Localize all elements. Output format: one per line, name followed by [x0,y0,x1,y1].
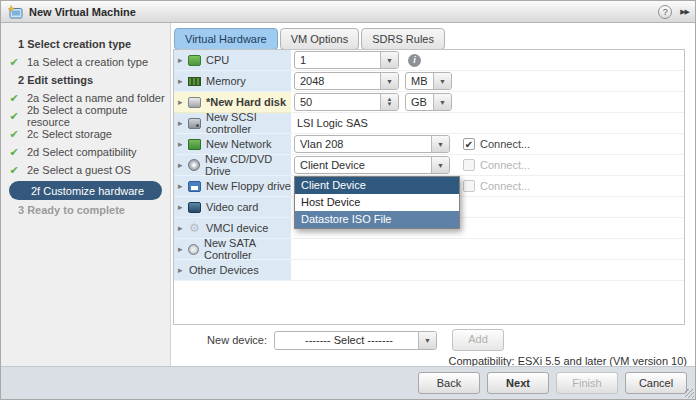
expand-arrow-icon[interactable]: ▸ [178,202,186,212]
row-new-sata-controller: ▸ New SATA Controller [174,239,684,260]
combo-arrow-icon[interactable]: ▼ [431,136,449,152]
memory-size-combo[interactable]: 2048 ▼ [294,72,399,90]
menu-item-datastore-iso-file[interactable]: Datastore ISO File [295,211,459,228]
hard-disk-size-spinner[interactable]: 50 ▲ ▼ [294,93,399,111]
row-label: CPU [206,54,229,66]
combo-arrow-icon[interactable]: ▼ [380,52,398,68]
expand-arrow-icon[interactable]: ▸ [178,55,186,65]
spinner-buttons[interactable]: ▲ ▼ [380,94,398,110]
check-icon: ✔ [1,164,27,177]
expand-arrow-icon[interactable]: ▸ [178,160,186,170]
row-label: VMCI device [206,222,268,234]
hard-disk-icon [188,97,201,108]
scsi-controller-icon [188,118,201,129]
new-device-row: New device: ------- Select ------- ▼ Add [171,329,695,351]
cpu-count-combo[interactable]: 1 ▼ [294,51,399,69]
check-icon: ✔ [1,56,27,69]
expand-arrow-icon[interactable]: ▸ [178,139,186,149]
step-2f-customize-hardware[interactable]: 2f Customize hardware [9,181,162,200]
check-icon: ✔ [1,92,27,105]
expand-arrow-icon[interactable]: ▸ [178,244,186,254]
hard-disk-unit-combo[interactable]: GB ▼ [405,93,452,111]
row-new-scsi-controller: ▸ New SCSI controller LSI Logic SAS [174,113,684,134]
row-label: Other Devices [189,264,259,276]
menu-item-host-device[interactable]: Host Device [295,194,459,211]
checkbox-unchecked-icon [463,159,475,171]
vmci-icon: ⚙ [188,223,201,234]
new-vm-icon [7,5,23,19]
new-device-select[interactable]: ------- Select ------- ▼ [274,331,437,350]
step-3: 3 Ready to complete [1,201,170,219]
wizard-steps-sidebar: 1 Select creation type ✔ 1a Select a cre… [1,23,171,366]
back-button[interactable]: Back [418,372,480,394]
row-label: Video card [206,201,258,213]
sata-controller-icon [188,244,199,255]
step-2e[interactable]: ✔ 2e Select a guest OS [1,161,170,179]
row-cpu: ▸ CPU 1 ▼ i [174,50,684,71]
combo-arrow-icon[interactable]: ▼ [418,332,436,349]
info-icon: i [408,54,421,67]
step-2b[interactable]: ✔ 2b Select a compute resource [1,107,170,125]
memory-icon [188,77,201,86]
tab-virtual-hardware[interactable]: Virtual Hardware [174,28,278,50]
hardware-table: ▸ CPU 1 ▼ i ▸ Memory [173,49,685,325]
cd-dvd-combo[interactable]: Client Device ▼ [294,156,450,174]
row-new-cd-dvd-drive: ▸ New CD/DVD Drive Client Device ▼ Conne… [174,155,684,176]
row-other-devices: ▸ Other Devices [174,260,684,281]
expand-arrow-icon[interactable]: ▸ [178,97,186,107]
cd-dvd-connect-checkbox: Connect... [463,159,530,171]
expand-arrow-icon[interactable]: ▸ [178,223,186,233]
cpu-icon [188,55,201,66]
tab-vm-options[interactable]: VM Options [280,28,359,50]
row-label: New Network [206,138,271,150]
checkbox-checked-icon[interactable]: ✔ [463,138,475,150]
check-icon: ✔ [1,110,27,123]
expand-arrow-icon[interactable]: ▸ [178,76,186,86]
cd-dvd-icon [188,159,200,171]
window-title: New Virtual Machine [29,6,658,18]
network-combo[interactable]: Vlan 208 ▼ [294,135,450,153]
combo-arrow-icon[interactable]: ▼ [431,157,449,173]
collapse-icon[interactable]: ▶▶ [680,8,689,16]
step-1a[interactable]: ✔ 1a Select a creation type [1,53,170,71]
network-connect-checkbox[interactable]: ✔ Connect... [463,138,530,150]
check-icon: ✔ [1,146,27,159]
row-new-network: ▸ New Network Vlan 208 ▼ ✔ Connect... [174,134,684,155]
row-label: New Floppy drive [206,180,291,192]
footer-bar: Back Next Finish Cancel [1,366,695,399]
row-label: *New Hard disk [206,96,286,108]
memory-unit-combo[interactable]: MB ▼ [405,72,452,90]
finish-button: Finish [556,372,618,394]
row-memory: ▸ Memory 2048 ▼ MB ▼ [174,71,684,92]
customize-hardware-panel: Virtual Hardware VM Options SDRS Rules ▸… [171,23,695,366]
floppy-connect-checkbox: Connect... [463,180,530,192]
spinner-down-icon[interactable]: ▼ [387,102,393,107]
hardware-tabs: Virtual Hardware VM Options SDRS Rules [174,28,447,50]
expand-arrow-icon[interactable]: ▸ [178,181,186,191]
row-new-hard-disk: ▸ *New Hard disk 50 ▲ ▼ GB ▼ [174,92,684,113]
expand-arrow-icon[interactable]: ▸ [178,118,186,128]
step-2d[interactable]: ✔ 2d Select compatibility [1,143,170,161]
tab-sdrs-rules[interactable]: SDRS Rules [361,28,445,50]
combo-arrow-icon[interactable]: ▼ [380,73,398,89]
combo-arrow-icon[interactable]: ▼ [433,73,451,89]
check-icon: ✔ [1,128,27,141]
expand-arrow-icon[interactable]: ▸ [178,265,186,275]
cd-dvd-dropdown-menu: Client Device Host Device Datastore ISO … [294,176,460,229]
step-1: 1 Select creation type [1,35,170,53]
row-label: New SATA Controller [204,237,291,261]
row-label: Memory [206,75,246,87]
help-icon[interactable]: ? [658,5,672,19]
resize-grip[interactable] [685,389,694,398]
menu-item-client-device[interactable]: Client Device [295,177,459,194]
title-bar: New Virtual Machine ? ▶▶ [1,1,695,23]
row-label: New SCSI controller [206,111,291,135]
checkbox-unchecked-icon [463,180,475,192]
new-vm-wizard-dialog: New Virtual Machine ? ▶▶ 1 Select creati… [0,0,696,400]
row-label: New CD/DVD Drive [205,153,291,177]
next-button[interactable]: Next [487,372,549,394]
video-card-icon [188,202,201,213]
cancel-button[interactable]: Cancel [625,372,687,394]
combo-arrow-icon[interactable]: ▼ [433,94,451,110]
scsi-controller-value: LSI Logic SAS [294,117,368,129]
